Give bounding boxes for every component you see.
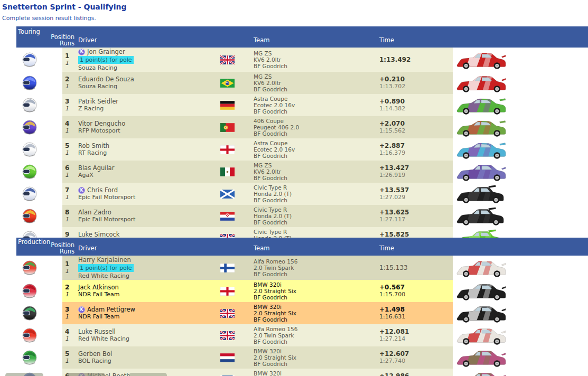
flag-cell bbox=[211, 79, 243, 88]
lap-time-value: 1:27.214 bbox=[379, 335, 453, 343]
helmet-cell bbox=[16, 280, 62, 302]
position-value: 1 bbox=[65, 53, 78, 60]
result-row: 4 1 Vitor Dengucho RFP Motosport 406 Cou… bbox=[16, 116, 588, 138]
car-cell bbox=[453, 256, 588, 280]
table-body: 1 1 Harry Karjalainen 1 point(s) for pol… bbox=[16, 256, 588, 376]
flag-icon-nl bbox=[220, 353, 235, 362]
time-cell: +12.986 1:28.119 bbox=[370, 372, 453, 376]
car-image bbox=[456, 138, 507, 161]
driver-name-line: Blas Aguilar bbox=[78, 165, 211, 172]
runs-value: 1 bbox=[65, 335, 78, 342]
result-row: 7 1 K Chris Ford Epic Fail Motorsport Ci… bbox=[16, 183, 588, 205]
column-header-driver: Driver bbox=[78, 245, 97, 252]
flag-icon-hr bbox=[220, 212, 235, 221]
driver-cell: K Chris Ford Epic Fail Motorsport bbox=[78, 187, 211, 201]
position-value: 2 bbox=[65, 284, 78, 291]
position-value: 6 bbox=[65, 165, 78, 172]
runs-value: 1 bbox=[65, 358, 78, 364]
car-spec-cell: Astra CoupeEcotec 2.0 16vBF Goodrich bbox=[243, 140, 370, 159]
flag-cell bbox=[211, 264, 243, 272]
runs-value: 1 bbox=[65, 105, 78, 112]
results-table-production: Production Position Runs Driver Team Tim… bbox=[16, 238, 588, 376]
column-header-runs: Runs bbox=[16, 248, 74, 255]
car-spec-line: BF Goodrich bbox=[254, 339, 370, 345]
driver-name: Harry Karjalainen bbox=[78, 257, 131, 264]
flag-icon-sct bbox=[220, 190, 235, 199]
position-runs-cell: 5 1 bbox=[62, 351, 78, 364]
car-spec-line: BF Goodrich bbox=[254, 108, 370, 115]
position-value: 2 bbox=[65, 76, 78, 83]
table-header: Touring Position Runs Driver Team Time bbox=[16, 26, 588, 48]
result-row: 4 1 Luke Russell Red White Racing Alfa R… bbox=[16, 324, 588, 346]
pole-badge: 1 point(s) for pole bbox=[78, 56, 134, 64]
row-main-cell: 5 1 Gerben Bol BOL Racing BMW 320i2.0 St… bbox=[62, 346, 453, 369]
car-spec-line: BMW 320i bbox=[254, 281, 370, 288]
helmet-icon bbox=[21, 259, 38, 276]
driver-name-line: Patrik Seidler bbox=[78, 98, 211, 105]
position-runs-cell: 2 1 bbox=[62, 284, 78, 298]
car-spec-line: Astra Coupe bbox=[254, 96, 370, 102]
car-spec-line: BF Goodrich bbox=[254, 271, 370, 277]
page-subtitle: Complete session result listings. bbox=[2, 15, 96, 22]
lap-time-value: 1:15.700 bbox=[379, 291, 453, 298]
flag-icon-pt bbox=[220, 123, 235, 132]
car-spec-cell: Civic Type RHonda 2.0 (T)BF Goodrich bbox=[243, 184, 370, 203]
driver-name: Chris Ford bbox=[87, 187, 118, 194]
runs-value: 1 bbox=[65, 60, 78, 67]
car-cell bbox=[453, 302, 588, 324]
driver-team-name: Epic Fail Motorsport bbox=[78, 194, 211, 201]
car-spec-line: BMW 320i bbox=[254, 370, 370, 376]
cutoff-image bbox=[67, 373, 105, 376]
flag-icon-br bbox=[220, 79, 235, 88]
car-spec-line: BF Goodrich bbox=[254, 294, 370, 300]
driver-name-line: Gerben Bol bbox=[78, 351, 211, 358]
driver-name: Jack Atkinson bbox=[78, 284, 119, 291]
time-value: 1:13.492 bbox=[379, 56, 453, 63]
lap-time-value: 1:26.919 bbox=[379, 172, 453, 179]
car-spec-line: Alfa Romeo 156 bbox=[254, 258, 370, 265]
position-value: 3 bbox=[65, 98, 78, 105]
lap-time-value: 1:14.382 bbox=[379, 105, 453, 112]
helmet-icon bbox=[21, 349, 38, 366]
car-spec-cell: MG ZSKV6 2.0ltrBF Goodrich bbox=[243, 73, 370, 92]
car-spec-cell: MG ZSKV6 2.0ltrBF Goodrich bbox=[243, 50, 370, 69]
car-cell bbox=[453, 138, 588, 161]
car-spec-line: Astra Coupe bbox=[254, 140, 370, 146]
car-cell bbox=[453, 324, 588, 346]
time-cell: +13.427 1:26.919 bbox=[370, 164, 453, 179]
table-body: 1 1 K Jon Grainger 1 point(s) for pole S… bbox=[16, 48, 588, 249]
result-row: 3 1 K Adam Pettigrew NDR Fail Team BMW 3… bbox=[16, 302, 588, 324]
helmet-cell bbox=[16, 183, 62, 205]
driver-name: Vitor Dengucho bbox=[78, 120, 125, 127]
car-spec-line: Civic Type R bbox=[254, 206, 370, 213]
driver-name-line: Luke Russell bbox=[78, 328, 211, 335]
time-value: +13.427 bbox=[379, 164, 453, 172]
time-value: +1.498 bbox=[379, 306, 453, 313]
driver-team-name: RT Racing bbox=[78, 149, 211, 156]
car-spec-line: BMW 320i bbox=[254, 348, 370, 354]
car-spec-cell: Civic Type RHonda 2.0 (T)BF Goodrich bbox=[243, 206, 370, 225]
car-spec-line: BF Goodrich bbox=[254, 175, 370, 181]
lap-time-value: 1:13.702 bbox=[379, 83, 453, 90]
car-spec-line: Honda 2.0 (T) bbox=[254, 191, 370, 197]
position-runs-cell: 6 1 bbox=[62, 165, 78, 178]
helmet-icon bbox=[21, 305, 38, 322]
car-cell bbox=[453, 280, 588, 302]
driver-cell: Jack Atkinson NDR Fail Team bbox=[78, 284, 211, 298]
row-main-cell: 8 1 Alan Zadro Epic Fail Motorsport Civi… bbox=[62, 205, 453, 227]
car-cell bbox=[453, 369, 588, 376]
driver-name: Rob Smith bbox=[78, 143, 109, 149]
flag-icon-gb bbox=[220, 309, 235, 318]
runs-value: 1 bbox=[65, 313, 78, 320]
flag-icon-mx bbox=[220, 167, 235, 176]
car-spec-cell: 406 CoupePeugeot 406 2.0BF Goodrich bbox=[243, 118, 370, 137]
car-spec-cell: BMW 320i2.0 Straight SixBF Goodrich bbox=[243, 281, 370, 300]
flag-cell bbox=[211, 331, 243, 340]
car-spec-line: Ecotec 2.0 16v bbox=[254, 102, 370, 108]
position-value: 4 bbox=[65, 328, 78, 335]
helmet-cell bbox=[16, 256, 62, 280]
car-spec-line: BF Goodrich bbox=[254, 361, 370, 367]
result-row: 2 1 Jack Atkinson NDR Fail Team BMW 320i… bbox=[16, 280, 588, 302]
time-cell: 1:13.492 bbox=[370, 56, 453, 63]
time-value: +12.986 bbox=[379, 372, 453, 376]
